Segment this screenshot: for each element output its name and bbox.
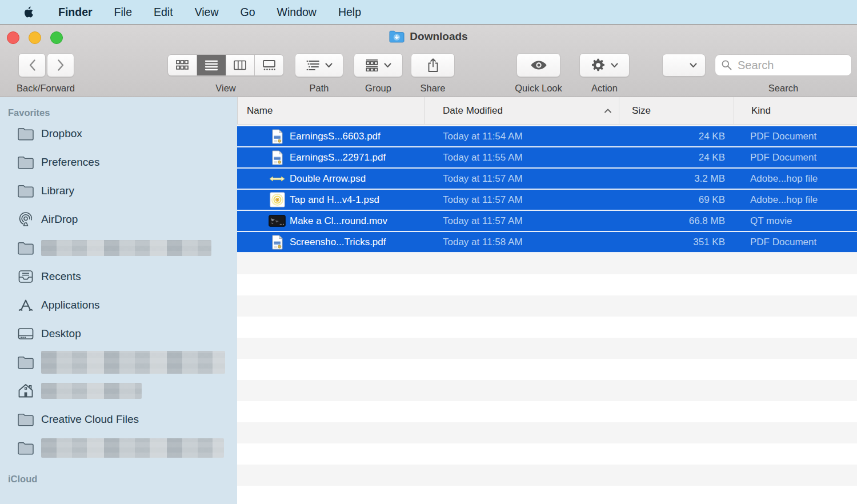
tag-dropdown-button[interactable]	[662, 54, 706, 77]
column-header-kind[interactable]: Kind	[734, 97, 857, 124]
file-size: 3.2 MB	[618, 169, 733, 189]
sidebar: Favorites Dropbox Preferences Library Ai…	[0, 97, 237, 504]
file-size: 69 KB	[618, 190, 733, 210]
file-date-modified: Today at 11:57 AM	[423, 169, 618, 189]
menu-item-go[interactable]: Go	[241, 6, 255, 19]
pdf-file-icon	[268, 150, 286, 165]
share-icon	[427, 58, 439, 73]
sidebar-item-preferences[interactable]: Preferences	[0, 148, 237, 177]
sidebar-item-redacted-1[interactable]	[0, 234, 237, 262]
column-view-icon	[233, 59, 247, 71]
sort-ascending-icon	[604, 108, 612, 113]
file-row[interactable]: Tap and H...v4-1.psd Today at 11:57 AM 6…	[237, 190, 857, 211]
sidebar-item-library[interactable]: Library	[0, 177, 237, 205]
menu-item-view[interactable]: View	[195, 6, 219, 19]
folder-icon	[16, 441, 35, 455]
pdf-file-icon	[268, 129, 286, 144]
folder-icon	[16, 155, 35, 170]
menu-bar: Finder File Edit View Go Window Help	[0, 0, 857, 24]
sidebar-item-creative-cloud-files[interactable]: Creative Cloud Files	[0, 405, 237, 434]
menu-item-edit[interactable]: Edit	[154, 6, 173, 19]
file-row[interactable]: EarningsS...22971.pdf Today at 11:55 AM …	[237, 147, 857, 169]
redacted-label	[41, 383, 142, 399]
folder-icon	[16, 412, 35, 427]
file-list: Name Date Modified Size Kind Earnings	[237, 97, 857, 504]
grid-view-icon	[175, 59, 189, 71]
menu-item-help[interactable]: Help	[338, 6, 361, 19]
chevron-down-icon	[325, 63, 333, 68]
file-row[interactable]: Screensho...Tricks.pdf Today at 11:58 AM…	[237, 232, 857, 253]
file-kind: PDF Document	[733, 147, 857, 167]
empty-rows	[237, 253, 857, 504]
toolbar: Downloads Back/Forward View	[0, 24, 857, 97]
quick-look-button[interactable]	[516, 53, 560, 77]
file-size: 351 KB	[618, 232, 733, 252]
sidebar-item-applications[interactable]: Applications	[0, 291, 237, 319]
group-button[interactable]	[354, 53, 403, 77]
path-icon	[306, 59, 320, 71]
column-header-date-modified[interactable]: Date Modified	[424, 97, 619, 124]
redacted-label	[41, 240, 211, 256]
redacted-label	[41, 438, 224, 458]
forward-button[interactable]	[47, 53, 74, 77]
path-label: Path	[295, 83, 343, 94]
sidebar-item-recents[interactable]: Recents	[0, 262, 237, 291]
downloads-folder-icon	[389, 30, 405, 43]
file-name: Tap and H...v4-1.psd	[290, 194, 379, 206]
apple-logo-icon[interactable]	[22, 5, 34, 19]
view-label: View	[167, 83, 284, 94]
column-header-name[interactable]: Name	[238, 97, 424, 124]
gallery-view-button[interactable]	[255, 55, 283, 75]
sidebar-item-redacted-3[interactable]	[0, 434, 237, 462]
file-name: Make a Cl...round.mov	[290, 215, 387, 227]
sidebar-item-dropbox[interactable]: Dropbox	[0, 119, 237, 148]
window-title-text: Downloads	[410, 30, 467, 43]
menu-item-finder[interactable]: Finder	[58, 6, 93, 19]
share-button[interactable]	[411, 53, 455, 77]
search-input[interactable]	[736, 58, 846, 73]
photoshop-file-icon	[268, 192, 286, 207]
search-label: Search	[715, 83, 852, 94]
share-label: Share	[411, 83, 455, 94]
file-row[interactable]: Double Arrow.psd Today at 11:57 AM 3.2 M…	[237, 169, 857, 190]
file-kind: PDF Document	[733, 126, 857, 146]
view-segmented-control	[167, 54, 284, 76]
file-name: Screensho...Tricks.pdf	[290, 237, 386, 248]
column-view-button[interactable]	[226, 55, 255, 75]
back-button[interactable]	[18, 53, 46, 77]
chevron-right-icon	[57, 59, 65, 71]
sidebar-item-desktop[interactable]: Desktop	[0, 319, 237, 348]
chevron-down-icon	[384, 63, 391, 68]
file-date-modified: Today at 11:54 AM	[423, 126, 618, 146]
icon-view-button[interactable]	[168, 55, 197, 75]
menu-item-window[interactable]: Window	[277, 6, 317, 19]
folder-icon	[16, 241, 35, 255]
file-date-modified: Today at 11:57 AM	[423, 211, 618, 231]
path-button[interactable]	[295, 53, 343, 77]
sidebar-section-favorites: Favorites	[8, 107, 237, 118]
gallery-view-icon	[262, 59, 276, 71]
home-icon	[16, 383, 35, 399]
recents-icon	[16, 269, 35, 284]
file-size: 66.8 MB	[618, 211, 733, 231]
sidebar-item-home[interactable]	[0, 377, 237, 405]
list-view-button[interactable]	[197, 55, 226, 75]
file-size: 24 KB	[618, 126, 733, 146]
file-kind: Adobe...hop file	[733, 169, 857, 189]
chevron-left-icon	[29, 59, 36, 71]
file-date-modified: Today at 11:57 AM	[423, 190, 618, 210]
menu-item-file[interactable]: File	[114, 6, 132, 19]
eye-icon	[530, 59, 547, 71]
column-header-size[interactable]: Size	[619, 97, 734, 124]
file-row[interactable]: Make a Cl...round.mov Today at 11:57 AM …	[237, 211, 857, 232]
file-size: 24 KB	[618, 147, 733, 167]
file-row[interactable]: EarningsS...6603.pdf Today at 11:54 AM 2…	[237, 126, 857, 147]
folder-icon	[16, 355, 35, 370]
file-date-modified: Today at 11:55 AM	[423, 147, 618, 167]
movie-file-icon	[268, 215, 286, 227]
sidebar-item-redacted-2[interactable]	[0, 348, 237, 377]
sidebar-item-airdrop[interactable]: AirDrop	[0, 205, 237, 234]
photoshop-file-icon	[268, 176, 286, 182]
sidebar-section-icloud: iCloud	[8, 474, 237, 485]
action-button[interactable]	[579, 53, 630, 77]
